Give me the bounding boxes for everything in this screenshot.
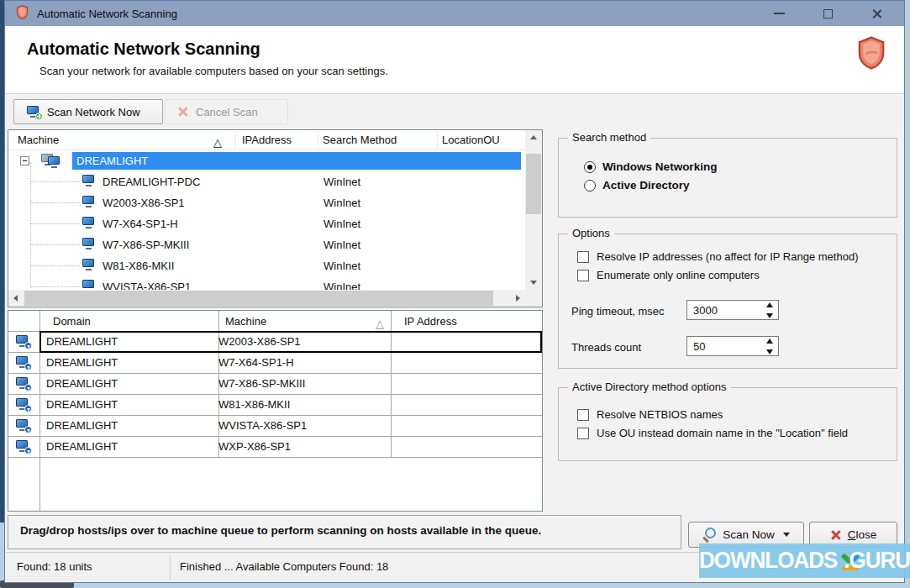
watermark-text-right: .GURU	[844, 547, 910, 575]
tree-row[interactable]: DREAMLIGHT-PDC WinInet	[8, 171, 525, 192]
ping-timeout-stepper[interactable]: 3000	[686, 300, 779, 320]
group-title: Options	[568, 227, 614, 239]
scroll-down-button[interactable]	[525, 276, 542, 290]
radio-active-directory[interactable]: Active Directory	[584, 179, 690, 192]
scroll-left-button[interactable]	[8, 290, 23, 307]
close-x-icon	[830, 529, 842, 541]
cancel-scan-button[interactable]: Cancel Scan	[165, 99, 288, 124]
computer-icon	[82, 196, 96, 208]
tree-row[interactable]: W7-X64-SP1-H WinInet	[8, 213, 525, 234]
checkbox-icon[interactable]	[577, 270, 589, 281]
threads-count-stepper[interactable]: 50	[686, 336, 779, 356]
computer-sync-icon	[15, 419, 29, 432]
table-row[interactable]: DREAMLIGHT W81-X86-MKII	[8, 395, 542, 416]
table-col-domain[interactable]: Domain	[53, 315, 91, 328]
scrollbar-thumb[interactable]	[526, 154, 541, 214]
tree-col-search-method[interactable]: Search Method	[323, 134, 397, 146]
window-close-button[interactable]	[852, 1, 901, 26]
tree-row[interactable]: W81-X86-MKII WinInet	[8, 255, 525, 276]
computer-sync-icon	[15, 356, 29, 369]
minimize-button[interactable]	[755, 1, 803, 26]
table-row[interactable]: DREAMLIGHT WXP-X86-SP1	[8, 437, 542, 458]
magnifier-icon	[702, 528, 717, 542]
stepper-down-icon[interactable]	[766, 349, 773, 354]
stepper-up-icon[interactable]	[766, 339, 773, 344]
maximize-icon	[823, 9, 833, 18]
computer-icon	[82, 217, 96, 229]
status-found-units: Found: 18 units	[17, 560, 92, 573]
table-col-machine[interactable]: Machine	[225, 315, 266, 328]
plus-badge-icon	[35, 113, 43, 120]
status-scan-result: Finished ... Available Computers Found: …	[180, 560, 388, 573]
cancel-icon	[177, 106, 189, 118]
network-tree-panel: Machine △ IPAddress Search Method Locati…	[8, 129, 543, 307]
close-icon	[871, 8, 882, 19]
table-col-ip[interactable]: IP Address	[404, 315, 457, 328]
toolbar: Scan Network Now Cancel Scan	[6, 95, 904, 129]
checkbox-resolve-ip[interactable]: Resolve IP addresses (no affect for IP R…	[577, 250, 858, 263]
tree-vertical-scrollbar[interactable]	[525, 130, 542, 290]
checkbox-icon[interactable]	[577, 428, 589, 439]
computer-sync-icon	[15, 377, 29, 390]
tree-root-row[interactable]: DREAMLIGHT	[8, 150, 525, 171]
tree-col-machine[interactable]: Machine	[18, 134, 59, 146]
checkbox-resolve-netbios[interactable]: Resolve NETBIOS names	[577, 408, 723, 421]
tree-header: Machine △ IPAddress Search Method Locati…	[8, 130, 525, 150]
tree-row[interactable]: W7-X86-SP-MKIII WinInet	[8, 234, 525, 255]
radio-icon[interactable]	[584, 161, 596, 173]
page-title: Automatic Network Scanning	[27, 39, 260, 59]
arrow-left-icon	[13, 295, 18, 302]
cancel-scan-label: Cancel Scan	[196, 106, 258, 118]
stepper-down-icon[interactable]	[766, 313, 773, 318]
computer-icon	[82, 259, 96, 271]
app-shield-icon	[16, 5, 29, 22]
tree-row[interactable]: WVISTA-X86-SP1 WinInet	[8, 276, 525, 290]
scroll-right-button[interactable]	[511, 290, 525, 307]
table-row[interactable]: DREAMLIGHT W7-X86-SP-MKIII	[8, 374, 542, 395]
table-header: Domain Machine △ IP Address	[8, 311, 542, 332]
app-window: Automatic Network Scanning Automatic Net…	[4, 0, 905, 583]
radio-windows-networking[interactable]: Windows Networking	[584, 160, 717, 173]
scan-network-now-button[interactable]: Scan Network Now	[13, 99, 163, 124]
dropdown-arrow-icon[interactable]	[783, 533, 790, 537]
maximize-button[interactable]	[803, 1, 852, 26]
dialog-header: Automatic Network Scanning Scan your net…	[6, 26, 904, 94]
scroll-up-button[interactable]	[525, 130, 542, 144]
domain-icon	[40, 154, 62, 169]
drag-drop-hint-text: Drag/drop hosts/ips over to machine queu…	[20, 524, 541, 537]
table-row[interactable]: DREAMLIGHT W2003-X86-SP1	[8, 332, 542, 353]
arrow-right-icon	[516, 295, 520, 302]
checkbox-use-ou[interactable]: Use OU instead domain name in the "Locat…	[577, 427, 848, 439]
group-title: Active Directory method options	[568, 381, 731, 393]
computer-sync-icon	[15, 440, 29, 453]
tree-root-label[interactable]: DREAMLIGHT	[72, 152, 521, 170]
drag-drop-hint-panel: Drag/drop hosts/ips over to machine queu…	[8, 515, 681, 549]
arrow-down-icon	[530, 281, 537, 285]
checkbox-icon[interactable]	[577, 409, 589, 421]
tree-col-location[interactable]: LocationOU	[442, 134, 500, 146]
watermark-text-left: DOWNLOADS	[699, 547, 837, 575]
search-method-group: Search method Windows Networking Active …	[558, 138, 897, 218]
active-directory-options-group: Active Directory method options Resolve …	[558, 387, 897, 461]
checkbox-icon[interactable]	[577, 251, 589, 263]
radio-icon[interactable]	[584, 180, 596, 192]
checkbox-enumerate-online[interactable]: Enumerate only online computers	[577, 269, 760, 281]
table-row[interactable]: DREAMLIGHT WVISTA-X86-SP1	[8, 416, 542, 437]
header-shield-icon	[857, 36, 886, 72]
table-row[interactable]: DREAMLIGHT W7-X64-SP1-H	[8, 353, 542, 374]
threads-count-label: Threads count	[571, 341, 641, 354]
tree-col-ipaddress[interactable]: IPAddress	[242, 134, 292, 146]
desktop-background: Automatic Network Scanning Automatic Net…	[0, 0, 910, 588]
page-subtitle: Scan your network for available computer…	[39, 65, 388, 77]
tree-row[interactable]: W2003-X86-SP1 WinInet	[8, 192, 525, 213]
scan-network-now-label: Scan Network Now	[47, 106, 140, 118]
tree-horizontal-scrollbar[interactable]	[8, 290, 525, 307]
computer-icon	[82, 238, 96, 250]
computer-sync-icon	[15, 335, 29, 348]
stepper-up-icon[interactable]	[766, 302, 773, 307]
ping-timeout-label: Ping timeout, msec	[571, 305, 665, 318]
window-titlebar: Automatic Network Scanning	[5, 1, 904, 26]
collapse-node-button[interactable]	[20, 156, 29, 165]
scrollbar-thumb[interactable]	[24, 291, 493, 306]
scan-computer-icon	[26, 106, 40, 118]
